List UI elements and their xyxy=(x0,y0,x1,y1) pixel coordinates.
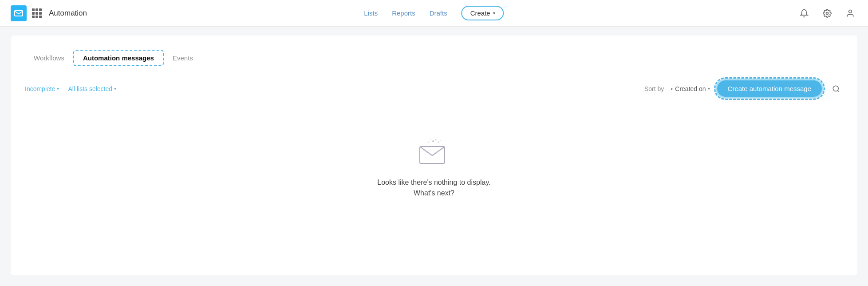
svg-point-8 xyxy=(440,140,441,141)
app-grid-icon[interactable] xyxy=(32,8,42,18)
svg-point-1 xyxy=(849,10,852,13)
header-right xyxy=(797,6,857,20)
nav-lists[interactable]: Lists xyxy=(364,9,378,17)
filter-right: Sort by ▸ Created on ▾ Create automation… xyxy=(644,80,843,97)
svg-point-9 xyxy=(428,142,430,143)
sort-caret-left-icon: ▸ xyxy=(671,86,673,91)
main-container: Workflows Automation messages Events Inc… xyxy=(0,27,868,284)
app-header: Automation Lists Reports Drafts Create ▾ xyxy=(0,0,868,27)
list-caret-icon: ▾ xyxy=(114,86,116,91)
svg-point-2 xyxy=(833,86,838,91)
user-icon[interactable] xyxy=(843,6,857,20)
filter-bar: Incomplete ▾ All lists selected ▾ Sort b… xyxy=(25,80,843,97)
app-title: Automation xyxy=(49,9,87,18)
empty-text-line1: Looks like there's nothing to display. xyxy=(377,179,490,187)
nav-reports[interactable]: Reports xyxy=(392,9,415,17)
bell-icon[interactable] xyxy=(797,6,811,20)
sort-by-label: Sort by xyxy=(644,85,664,92)
header-nav: Lists Reports Drafts Create ▾ xyxy=(364,6,504,20)
list-filter-label: All lists selected xyxy=(68,85,112,92)
header-left: Automation xyxy=(11,5,87,21)
svg-point-4 xyxy=(432,140,434,142)
sort-field-button[interactable]: ▸ Created on ▾ xyxy=(671,85,710,92)
svg-point-5 xyxy=(435,139,437,140)
svg-point-0 xyxy=(826,12,829,14)
create-button[interactable]: Create ▾ xyxy=(462,6,504,20)
svg-point-6 xyxy=(438,142,439,143)
create-button-label: Create xyxy=(470,9,490,17)
settings-icon[interactable] xyxy=(820,6,834,20)
empty-state: Looks like there's nothing to display. W… xyxy=(25,111,843,215)
sort-field-label: Created on xyxy=(675,85,706,92)
status-caret-icon: ▾ xyxy=(57,86,59,91)
empty-text-line2: What's next? xyxy=(414,189,454,197)
nav-drafts[interactable]: Drafts xyxy=(430,9,447,17)
mail-logo-icon[interactable] xyxy=(11,5,27,21)
svg-point-7 xyxy=(430,139,431,140)
list-filter-button[interactable]: All lists selected ▾ xyxy=(68,85,116,92)
filter-left: Incomplete ▾ All lists selected ▾ xyxy=(25,85,116,92)
create-automation-message-button[interactable]: Create automation message xyxy=(717,80,822,97)
status-filter-label: Incomplete xyxy=(25,85,55,92)
search-icon[interactable] xyxy=(829,82,843,96)
empty-envelope-icon xyxy=(416,138,452,168)
chevron-down-icon: ▾ xyxy=(493,11,495,16)
status-filter-button[interactable]: Incomplete ▾ xyxy=(25,85,59,92)
tab-events[interactable]: Events xyxy=(164,51,202,65)
tab-automation-messages[interactable]: Automation messages xyxy=(73,50,164,66)
sort-caret-icon: ▾ xyxy=(708,86,710,91)
tab-workflows[interactable]: Workflows xyxy=(25,51,73,65)
content-card: Workflows Automation messages Events Inc… xyxy=(11,36,857,275)
tabs-bar: Workflows Automation messages Events xyxy=(25,50,843,66)
